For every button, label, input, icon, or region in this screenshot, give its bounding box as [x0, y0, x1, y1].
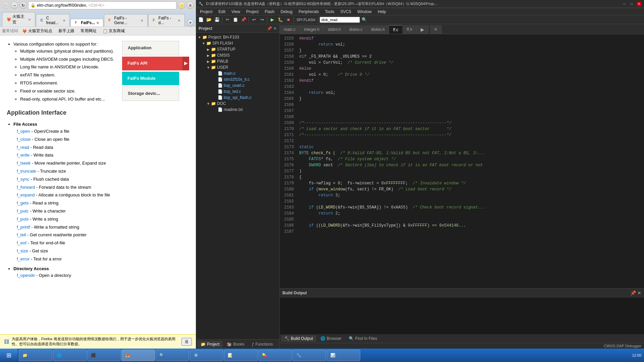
f-error-link[interactable]: f_error	[17, 256, 30, 261]
menu-peripherals[interactable]: Peripherals	[296, 9, 322, 15]
taskbar-explorer[interactable]: 📁	[19, 350, 52, 361]
editor-code[interactable]: 2155215621572158215921602161216221632164…	[280, 34, 644, 288]
tree-user[interactable]: ▼ 📁 USER	[196, 64, 279, 70]
close-icon[interactable]: ✕	[63, 19, 65, 22]
build-btn[interactable]: ▶	[269, 16, 276, 23]
startup-toggle[interactable]: ▶	[206, 48, 211, 51]
new-tab-button[interactable]: +	[187, 19, 194, 26]
build-close-icon[interactable]: ✕	[637, 290, 641, 296]
copy-btn[interactable]: 📋	[232, 16, 239, 23]
f-printf-link[interactable]: f_printf	[17, 225, 30, 230]
tab-cfread[interactable]: C C fread... ✕	[36, 14, 70, 26]
menu-debug[interactable]: Debug	[278, 9, 295, 15]
tab-fatfs-gene[interactable]: F FatFs - Gene... ✕	[104, 14, 148, 26]
taskbar-app3[interactable]: 💊	[258, 350, 292, 361]
close-icon[interactable]: ✕	[141, 19, 143, 22]
f-size-link[interactable]: f_size	[17, 248, 28, 253]
f-truncate-link[interactable]: f_truncate	[17, 169, 36, 174]
f-puts-link[interactable]: f_puts	[17, 217, 29, 222]
undo-btn[interactable]: ↩	[250, 16, 258, 23]
f-write-link[interactable]: f_write	[17, 153, 30, 158]
bookmark-button[interactable]: ⭐	[178, 2, 185, 9]
menu-edit[interactable]: Edit	[216, 9, 228, 15]
spiflash-toggle[interactable]: ▼	[201, 42, 206, 45]
paste-btn[interactable]: 📌	[240, 16, 247, 23]
back-button[interactable]: ←	[2, 2, 9, 9]
start-button[interactable]: ⊞	[0, 349, 17, 362]
taskbar-keil[interactable]: 🔧	[292, 350, 326, 361]
close-icon[interactable]: ✕	[28, 18, 31, 21]
f-lseek-link[interactable]: f_lseek	[17, 161, 31, 166]
taskbar-app1[interactable]: ⚙	[190, 350, 223, 361]
f-close-link[interactable]: f_close	[17, 137, 31, 142]
close-icon[interactable]: ✕	[178, 19, 180, 22]
build-tab-find[interactable]: 🔍 Find In Files	[345, 335, 380, 342]
tab-stdint-h[interactable]: stdint.h	[324, 25, 345, 34]
f-read-link[interactable]: f_read	[17, 145, 29, 150]
menu-window[interactable]: Window	[355, 9, 374, 15]
reload-button[interactable]: ↻	[19, 2, 27, 9]
project-pin-icon[interactable]: 📌	[267, 26, 272, 31]
forward-button[interactable]: →	[11, 2, 18, 9]
f-forward-link[interactable]: f_forward	[17, 185, 35, 190]
tab-ff-c[interactable]: ff.c	[389, 25, 403, 34]
root-toggle[interactable]: ▼	[197, 36, 202, 39]
build-tab-browser[interactable]: 🌐 Browser	[317, 335, 345, 342]
tab-mainc[interactable]: main.c	[280, 25, 300, 34]
tree-spiflash[interactable]: ▼ 📁 SPI FLASH	[196, 40, 279, 46]
f-expand-link[interactable]: f_expand	[17, 192, 35, 197]
open-file-btn[interactable]: 📂	[205, 16, 213, 23]
bookmark-jd[interactable]: 📋 京东商城	[101, 27, 127, 35]
f-open-link[interactable]: f_open	[17, 129, 30, 134]
tree-mainc[interactable]: 📄 main.c	[196, 70, 279, 76]
menu-tools[interactable]: Tools	[322, 9, 337, 15]
save-btn[interactable]: 💾	[213, 16, 221, 23]
f-sync-link[interactable]: f_sync	[17, 177, 30, 182]
taskbar-firefox[interactable]: 🦊	[121, 350, 155, 361]
settings-button[interactable]: ≡	[186, 2, 194, 9]
tab-ff-h[interactable]: ff.h	[403, 25, 417, 34]
taskbar-app2[interactable]: 📝	[224, 350, 258, 361]
menu-project[interactable]: Project	[197, 9, 215, 15]
tab-close-all[interactable]: ✕	[430, 25, 442, 34]
stop-btn[interactable]: ■	[285, 16, 292, 23]
tree-readme[interactable]: 📄 readme.txt	[196, 107, 279, 113]
fwlb-toggle[interactable]: ▶	[206, 60, 211, 63]
new-file-btn[interactable]: 📄	[197, 16, 205, 23]
tab-project[interactable]: 📁 Project	[197, 341, 223, 348]
close-icon[interactable]: ✕	[96, 21, 99, 25]
f-putc-link[interactable]: f_putc	[17, 208, 29, 214]
search-btn[interactable]: 🔍	[361, 16, 368, 23]
tab-integer-h[interactable]: integer.h	[300, 25, 324, 34]
tab-diskio-c[interactable]: diskio.c	[345, 25, 367, 34]
bookmark-firefox[interactable]: 🦊 火狐官方站点	[20, 27, 54, 35]
notification-close[interactable]: 送	[181, 338, 192, 346]
redo-btn[interactable]: ↪	[258, 16, 266, 23]
tab-firefox-home[interactable]: 🦊 火狐主页 ✕	[2, 12, 35, 26]
f-eof-link[interactable]: f_eof	[17, 240, 26, 245]
tab-functions[interactable]: ƒ Functions	[249, 341, 276, 348]
taskbar-ie[interactable]: 🌐	[53, 350, 87, 361]
search-input[interactable]	[320, 17, 360, 23]
bookmark-common[interactable]: 常用网址	[78, 27, 99, 35]
tree-bsp-spi[interactable]: 📄 bsp_spi_flash.c	[196, 95, 279, 101]
tree-cmsis[interactable]: ▶ 📁 CMSIS	[196, 52, 279, 58]
f-tell-link[interactable]: f_tell	[17, 232, 26, 237]
user-toggle[interactable]: ▼	[206, 66, 211, 69]
taskbar-cmd[interactable]: ⬛	[87, 350, 121, 361]
taskbar-search[interactable]: 🔍	[156, 350, 189, 361]
minimize-button[interactable]: ─	[622, 2, 627, 6]
taskbar-excel[interactable]: 📊	[327, 350, 360, 361]
maximize-button[interactable]: □	[629, 2, 634, 6]
cmsis-toggle[interactable]: ▶	[206, 54, 211, 57]
tab-diskio-h[interactable]: diskio.h	[367, 25, 389, 34]
tree-fwlb[interactable]: ▶ 📁 FWLB	[196, 58, 279, 64]
debug-btn[interactable]: 🐛	[277, 16, 284, 23]
close-button[interactable]: ✕	[637, 2, 641, 6]
code-editor[interactable]: #endif return vol; } #if _FS_RPATH && _V…	[297, 34, 644, 288]
tab-close-right[interactable]: ▶	[417, 25, 429, 34]
tree-root[interactable]: ▼ 📁 Project: BH-F103	[196, 34, 279, 40]
menu-flash[interactable]: Flash	[262, 9, 277, 15]
tree-bsp-led[interactable]: 📄 bsp_led.c	[196, 88, 279, 95]
cut-btn[interactable]: ✂	[224, 16, 231, 23]
